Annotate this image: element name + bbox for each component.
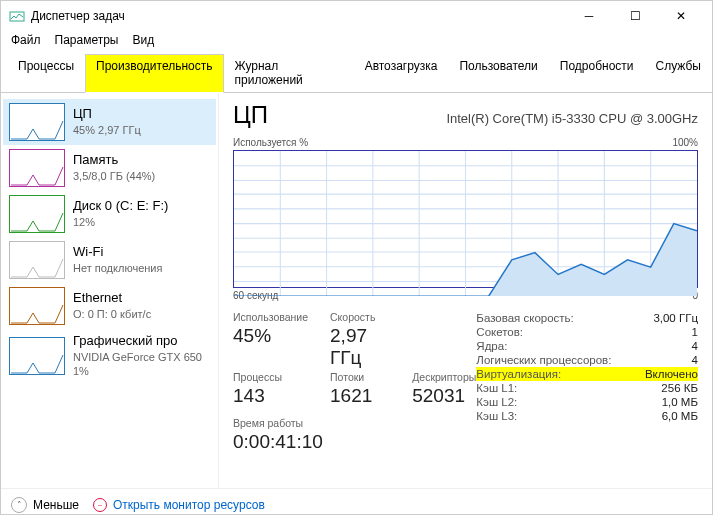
sidebar-sub: 3,5/8,0 ГБ (44%) bbox=[73, 169, 155, 183]
tab-5[interactable]: Подробности bbox=[549, 54, 645, 93]
label-utilization: Использование bbox=[233, 311, 308, 323]
open-resource-monitor-link[interactable]: ~ Открыть монитор ресурсов bbox=[93, 498, 265, 512]
sidebar-item-3[interactable]: Wi-FiНет подключения bbox=[3, 237, 216, 283]
sidebar-title: Wi-Fi bbox=[73, 244, 162, 261]
resource-monitor-icon: ~ bbox=[93, 498, 107, 512]
stat-row-2: Ядра:4 bbox=[476, 339, 698, 353]
sidebar-sub: О: 0 П: 0 кбит/с bbox=[73, 307, 151, 321]
minimize-button[interactable]: ─ bbox=[566, 1, 612, 31]
tab-4[interactable]: Пользователи bbox=[448, 54, 548, 93]
stats-left: Использование Скорость 45% 2,97 ГГц Проц… bbox=[233, 311, 476, 453]
cpu-model: Intel(R) Core(TM) i5-3330 CPU @ 3.00GHz bbox=[446, 111, 698, 126]
sidebar-item-2[interactable]: Диск 0 (C: E: F:)12% bbox=[3, 191, 216, 237]
sidebar-thumb bbox=[9, 149, 65, 187]
stats-right: Базовая скорость:3,00 ГГцСокетов:1Ядра:4… bbox=[476, 311, 698, 453]
sidebar-thumb bbox=[9, 195, 65, 233]
tab-6[interactable]: Службы bbox=[645, 54, 712, 93]
sidebar-sub: Нет подключения bbox=[73, 261, 162, 275]
tabs: ПроцессыПроизводительностьЖурнал приложе… bbox=[1, 53, 712, 93]
app-icon bbox=[9, 8, 25, 24]
sidebar-title: Ethernet bbox=[73, 290, 151, 307]
label-threads: Потоки bbox=[330, 371, 390, 383]
window-title: Диспетчер задач bbox=[31, 9, 125, 23]
stat-row-4: Виртуализация:Включено bbox=[476, 367, 698, 381]
sidebar-item-4[interactable]: EthernetО: 0 П: 0 кбит/с bbox=[3, 283, 216, 329]
sidebar-item-1[interactable]: Память3,5/8,0 ГБ (44%) bbox=[3, 145, 216, 191]
chart-label-right: 100% bbox=[672, 137, 698, 148]
cpu-chart bbox=[233, 150, 698, 288]
stat-row-5: Кэш L1:256 КБ bbox=[476, 381, 698, 395]
sidebar-thumb bbox=[9, 337, 65, 375]
stat-row-7: Кэш L3:6,0 МБ bbox=[476, 409, 698, 423]
sidebar-sub: NVIDIA GeForce GTX 650 bbox=[73, 350, 202, 364]
close-button[interactable]: ✕ bbox=[658, 1, 704, 31]
tab-2[interactable]: Журнал приложений bbox=[224, 54, 354, 93]
sidebar-title: Память bbox=[73, 152, 155, 169]
label-processes: Процессы bbox=[233, 371, 308, 383]
stat-row-6: Кэш L2:1,0 МБ bbox=[476, 395, 698, 409]
menu-file[interactable]: Файл bbox=[11, 33, 41, 47]
sidebar-title: Диск 0 (C: E: F:) bbox=[73, 198, 168, 215]
maximize-button[interactable]: ☐ bbox=[612, 1, 658, 31]
sidebar: ЦП45% 2,97 ГГцПамять3,5/8,0 ГБ (44%)Диск… bbox=[1, 93, 219, 488]
chart-label-left: Используется % bbox=[233, 137, 308, 148]
chevron-up-icon: ˄ bbox=[11, 497, 27, 513]
sidebar-thumb bbox=[9, 241, 65, 279]
label-handles: Дескрипторы bbox=[412, 371, 476, 383]
tab-3[interactable]: Автозагрузка bbox=[354, 54, 449, 93]
sidebar-item-5[interactable]: Графический проNVIDIA GeForce GTX 6501% bbox=[3, 329, 216, 382]
menu-view[interactable]: Вид bbox=[132, 33, 154, 47]
window-controls: ─ ☐ ✕ bbox=[566, 1, 704, 31]
sidebar-sub: 12% bbox=[73, 215, 168, 229]
stat-row-0: Базовая скорость:3,00 ГГц bbox=[476, 311, 698, 325]
sidebar-sub: 45% 2,97 ГГц bbox=[73, 123, 141, 137]
value-threads: 1621 bbox=[330, 385, 390, 407]
tab-1[interactable]: Производительность bbox=[85, 54, 223, 93]
tab-0[interactable]: Процессы bbox=[7, 54, 85, 93]
main-panel: ЦП Intel(R) Core(TM) i5-3330 CPU @ 3.00G… bbox=[219, 93, 712, 488]
label-uptime: Время работы bbox=[233, 417, 476, 429]
menubar: Файл Параметры Вид bbox=[1, 31, 712, 53]
value-processes: 143 bbox=[233, 385, 308, 407]
menu-options[interactable]: Параметры bbox=[55, 33, 119, 47]
sidebar-title: ЦП bbox=[73, 106, 141, 123]
footer: ˄ Меньше ~ Открыть монитор ресурсов bbox=[1, 488, 712, 515]
cpu-heading: ЦП bbox=[233, 101, 268, 129]
sidebar-item-0[interactable]: ЦП45% 2,97 ГГц bbox=[3, 99, 216, 145]
stat-row-1: Сокетов:1 bbox=[476, 325, 698, 339]
value-uptime: 0:00:41:10 bbox=[233, 431, 476, 453]
titlebar: Диспетчер задач ─ ☐ ✕ bbox=[1, 1, 712, 31]
fewer-details-button[interactable]: ˄ Меньше bbox=[11, 497, 79, 513]
sidebar-thumb bbox=[9, 287, 65, 325]
sidebar-thumb bbox=[9, 103, 65, 141]
stat-row-3: Логических процессоров:4 bbox=[476, 353, 698, 367]
value-utilization: 45% bbox=[233, 325, 308, 369]
value-handles: 52031 bbox=[412, 385, 476, 407]
value-speed: 2,97 ГГц bbox=[330, 325, 390, 369]
sidebar-title: Графический про bbox=[73, 333, 202, 350]
label-speed: Скорость bbox=[330, 311, 390, 323]
